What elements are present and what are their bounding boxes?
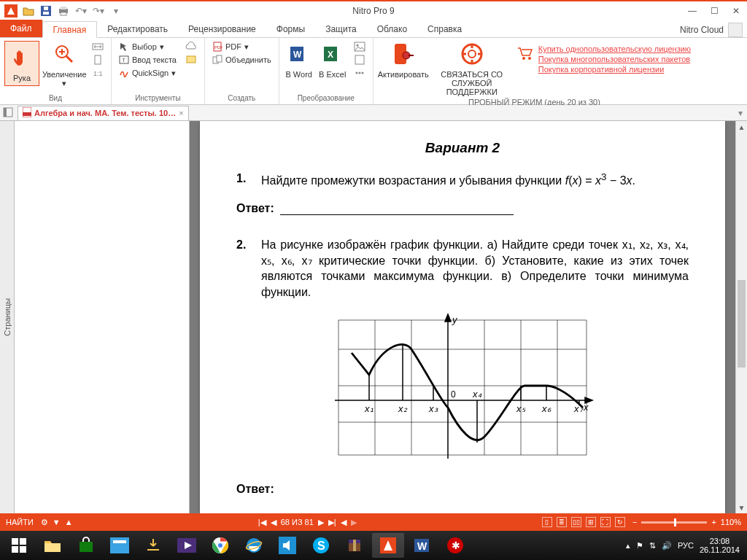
maximize-button[interactable]: ☐ — [703, 2, 725, 20]
fit-page-button[interactable] — [89, 54, 107, 66]
cloud-user[interactable]: Nitro Cloud — [680, 23, 747, 37]
pdf-button[interactable]: PDFPDF ▾ — [209, 41, 274, 52]
thumbnail-pane[interactable] — [15, 121, 190, 513]
collapse-up-icon[interactable]: ▲ — [65, 518, 73, 526]
save-icon[interactable] — [39, 4, 53, 18]
to-other-button[interactable] — [351, 54, 368, 66]
zoom-button[interactable]: Увеличение ▾ — [42, 41, 86, 88]
tab-edit[interactable]: Редактировать — [97, 20, 178, 37]
avatar-icon — [728, 23, 743, 37]
rotate-icon[interactable]: ↻ — [615, 517, 625, 527]
word-taskbar-icon[interactable]: W — [406, 533, 438, 558]
to-image-button[interactable] — [351, 41, 368, 52]
prev-view-icon[interactable]: ◀ — [341, 518, 347, 527]
page-viewport[interactable]: Вариант 2 1. Найдите промежутки возраста… — [190, 121, 735, 513]
start-button[interactable] — [3, 533, 35, 558]
winrar-taskbar-icon[interactable] — [338, 533, 371, 558]
tab-forms[interactable]: Формы — [266, 20, 315, 37]
store-taskbar-icon[interactable] — [70, 533, 102, 558]
prev-page-icon[interactable]: ◀ — [271, 518, 276, 527]
zoom-in-icon[interactable]: + — [711, 518, 716, 526]
tab-home[interactable]: Главная — [42, 21, 98, 38]
to-word-button[interactable]: W В Word — [284, 41, 314, 79]
quicksign-button[interactable]: QuickSign ▾ — [116, 67, 179, 79]
svg-rect-41 — [23, 112, 31, 116]
to-more-button[interactable] — [351, 67, 368, 79]
select-button[interactable]: Выбор ▾ — [116, 41, 179, 52]
panel-toggle-icon[interactable] — [3, 107, 13, 120]
last-page-icon[interactable]: ▶| — [328, 518, 336, 527]
find-label[interactable]: НАЙТИ — [6, 518, 34, 526]
nitro-taskbar-icon[interactable] — [372, 533, 404, 558]
ie-taskbar-icon[interactable] — [238, 533, 270, 558]
open-icon[interactable] — [22, 4, 35, 18]
skype-taskbar-icon[interactable]: S — [305, 533, 337, 558]
undo-icon[interactable]: ↶▾ — [74, 4, 88, 18]
document-tab[interactable]: Алгебра и нач. МА. Тем. тесты. 10… × — [18, 106, 189, 120]
fullscreen-icon[interactable]: ⛶ — [600, 517, 611, 527]
tray-network-icon[interactable]: ⇅ — [649, 541, 656, 551]
pdf-page: Вариант 2 1. Найдите промежутки возраста… — [200, 121, 725, 513]
tray-flag-icon[interactable]: ⚑ — [636, 541, 643, 551]
redo-icon[interactable]: ↷▾ — [92, 4, 105, 18]
tray-volume-icon[interactable]: 🔊 — [662, 541, 672, 551]
note-tool-button[interactable] — [182, 54, 200, 66]
scroll-thumb[interactable] — [738, 280, 746, 368]
file-tab[interactable]: Файл — [0, 20, 42, 37]
combine-button[interactable]: Объединить — [209, 54, 274, 66]
tab-help[interactable]: Справка — [417, 20, 472, 37]
first-page-icon[interactable]: |◀ — [258, 518, 266, 527]
media-taskbar-icon[interactable] — [171, 533, 203, 558]
type-text-button[interactable]: TВвод текста — [116, 54, 179, 66]
tab-protect[interactable]: Защита — [315, 20, 367, 37]
hand-tool-button[interactable]: Рука — [4, 41, 39, 86]
explorer-taskbar-icon[interactable] — [36, 533, 69, 558]
zoom-slider[interactable] — [641, 521, 707, 524]
close-button[interactable]: ✕ — [725, 2, 747, 20]
red-app-taskbar-icon[interactable]: ✱ — [439, 533, 471, 558]
to-excel-button[interactable]: X В Excel — [317, 41, 348, 79]
svg-point-26 — [356, 44, 358, 47]
close-doc-icon[interactable]: × — [179, 109, 183, 117]
audio-app-taskbar-icon[interactable] — [271, 533, 303, 558]
sidebar-pages[interactable]: Страницы — [0, 121, 15, 513]
tray-up-icon[interactable]: ▴ — [626, 541, 630, 551]
actual-size-button[interactable]: 1:1 — [89, 67, 107, 79]
scroll-track[interactable] — [736, 133, 747, 502]
print-icon[interactable] — [57, 4, 70, 18]
buy-single-link[interactable]: Купить однопользовательскую лицензию — [538, 44, 691, 54]
buy-multi-link[interactable]: Покупка многопользовательских пакетов — [538, 54, 691, 64]
ribbon-app-taskbar-icon[interactable] — [104, 533, 136, 558]
qat-dropdown-icon[interactable]: ▾ — [109, 4, 123, 18]
question-1: 1. Найдите промежутки возрастания и убыв… — [236, 171, 689, 189]
tray-lang[interactable]: РУС — [678, 541, 694, 550]
settings-icon[interactable]: ⚙ — [41, 518, 48, 527]
scroll-up-icon[interactable]: ▲ — [736, 121, 747, 133]
next-page-icon[interactable]: ▶ — [318, 518, 324, 527]
doctabs-menu-icon[interactable]: ▾ — [738, 108, 747, 118]
facing-continuous-icon[interactable]: ⊞ — [586, 517, 596, 527]
single-page-icon[interactable]: ▯ — [542, 517, 552, 527]
scroll-down-icon[interactable]: ▼ — [736, 502, 747, 513]
svg-rect-77 — [80, 542, 93, 552]
buy-corp-link[interactable]: Покупка корпоративной лицензии — [538, 64, 691, 74]
zoom-value[interactable]: 110% — [721, 518, 741, 526]
tab-review[interactable]: Рецензирование — [178, 20, 266, 37]
facing-icon[interactable]: ▯▯ — [571, 517, 581, 527]
activate-button[interactable]: Активировать — [378, 41, 429, 79]
cloud-tool-button[interactable] — [182, 41, 200, 52]
chrome-taskbar-icon[interactable] — [204, 533, 236, 558]
fit-width-button[interactable] — [89, 41, 107, 52]
support-button[interactable]: СВЯЗАТЬСЯ СО СЛУЖБОЙ ПОДДЕРЖКИ — [432, 41, 512, 96]
downloads-taskbar-icon[interactable] — [137, 533, 169, 558]
page-counter[interactable]: 68 ИЗ 81 — [281, 518, 314, 526]
minimize-button[interactable]: — — [681, 2, 703, 20]
tray-clock[interactable]: 23:08 26.11.2014 — [700, 537, 740, 554]
vertical-scrollbar[interactable]: ▲ ▼ — [735, 121, 747, 513]
zoom-out-icon[interactable]: − — [632, 518, 637, 526]
continuous-icon[interactable]: ≣ — [557, 517, 567, 527]
next-view-icon[interactable]: ▶ — [351, 518, 357, 527]
tab-cloud[interactable]: Облако — [367, 20, 417, 37]
group-convert-label: Преобразование — [284, 93, 368, 103]
collapse-down-icon[interactable]: ▼ — [53, 518, 61, 526]
